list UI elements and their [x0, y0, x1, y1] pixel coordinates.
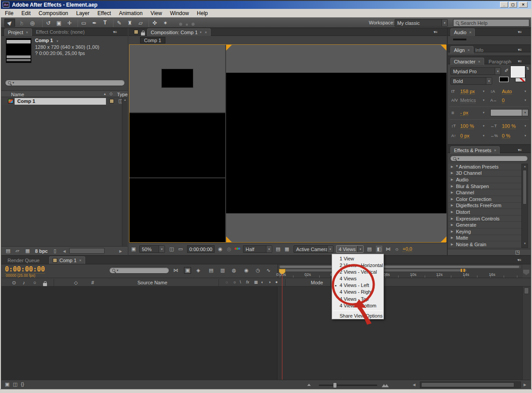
expand-icon[interactable]: ▶ [451, 210, 453, 214]
expand-transfer-controls-icon[interactable]: ◫ [13, 382, 17, 387]
column-type[interactable]: Type [117, 92, 128, 97]
expand-in-out-panes-icon[interactable]: {} [21, 382, 24, 387]
leading-value[interactable]: Auto [502, 89, 512, 94]
effects-category[interactable]: ▶Matte [449, 235, 521, 242]
search-options-icon[interactable]: ▾ [12, 81, 14, 85]
column-mode[interactable]: Mode [311, 280, 323, 285]
timeline-zoom-slider-knob[interactable] [333, 382, 337, 388]
switch-frame-blend-icon[interactable]: ▦ [254, 280, 258, 284]
project-row-comp1[interactable]: Comp 1 ◫ [1, 98, 128, 105]
comp-marker-bin[interactable] [523, 270, 529, 275]
chevron-down-icon[interactable]: ▼ [482, 90, 485, 93]
comp-timecode[interactable]: 0:00:00:00 [187, 245, 215, 253]
pin-tool-icon[interactable]: ✶ [160, 20, 170, 26]
auto-keyframe-icon[interactable]: ◉ [244, 268, 249, 273]
show-snapshot-icon[interactable]: ◎ [227, 247, 231, 252]
pan-behind-tool-icon[interactable]: ✛ [65, 20, 74, 26]
chevron-down-icon[interactable]: ▼ [482, 99, 485, 102]
resolution-dropdown[interactable]: Half ▼ [243, 245, 272, 253]
horizontal-scale-value[interactable]: 100 % [502, 123, 516, 129]
close-icon[interactable]: × [494, 148, 496, 153]
scroll-right-icon[interactable]: ▶ [119, 249, 122, 253]
expand-icon[interactable]: ▶ [451, 197, 453, 201]
tab-project[interactable]: Project× [4, 28, 32, 36]
close-icon[interactable]: × [467, 48, 469, 52]
menu-window[interactable]: Window [166, 10, 193, 16]
timeline-horizontal-scrollbar[interactable] [420, 381, 521, 388]
search-options-icon[interactable]: ▾ [458, 157, 459, 161]
panel-menu-icon[interactable]: ▾≡ [434, 30, 437, 34]
trash-icon[interactable]: ▯ [54, 248, 56, 253]
expand-icon[interactable]: ▶ [451, 185, 453, 188]
3d-view-dropdown[interactable]: Active Camera ▼ [293, 245, 333, 253]
timeline-button-icon[interactable]: ▤ [367, 247, 372, 252]
brainstorm-icon[interactable]: ◍ [232, 268, 236, 273]
close-icon[interactable]: × [469, 30, 471, 35]
comp-info-name[interactable]: Comp 1 [35, 38, 53, 43]
sort-icon[interactable]: ▲ [103, 92, 106, 95]
scrollbar-thumb[interactable] [421, 382, 514, 387]
current-time-display[interactable]: 0:00:00:00 [5, 265, 45, 274]
stroke-width-value[interactable]: - px [460, 110, 468, 116]
tab-audio[interactable]: Audio× [450, 28, 475, 36]
switch-motion-blur-icon[interactable]: ◐ [261, 280, 263, 284]
fill-color-swatch[interactable] [511, 66, 525, 78]
mini-flowchart-icon[interactable]: ⋈ [386, 247, 391, 252]
eraser-tool-icon[interactable]: ▱ [136, 20, 145, 26]
expand-layer-switches-icon[interactable]: ▣ [5, 382, 9, 387]
exposure-value[interactable]: +0,0 [403, 246, 412, 252]
eyedropper-icon[interactable]: ✐ [505, 68, 509, 73]
expand-icon[interactable]: ▶ [451, 178, 453, 181]
magnification-dropdown[interactable]: 50% ▼ [139, 245, 165, 253]
panel-menu-icon[interactable]: ▾≡ [518, 59, 521, 63]
target-region-icon[interactable]: ▤ [276, 247, 280, 252]
solo-icon[interactable]: ○ [33, 280, 36, 285]
horizontal-scrollbar-thumb[interactable] [69, 248, 105, 254]
chevron-down-icon[interactable]: ▼ [482, 111, 485, 114]
region-of-interest-icon[interactable]: ▭ [178, 247, 183, 252]
chevron-down-icon[interactable]: ▼ [524, 90, 527, 93]
window-border-bottom[interactable] [0, 389, 532, 393]
tab-paragraph[interactable]: Paragraph [489, 59, 511, 64]
draft-3d-icon[interactable]: ◈ [196, 268, 200, 273]
vertical-scale-value[interactable]: 100 % [460, 123, 474, 129]
menu-view[interactable]: View [147, 10, 166, 16]
menu-item-4-views[interactable]: 4 Views [332, 275, 383, 282]
menu-animation[interactable]: Animation [115, 10, 146, 16]
stroke-style-dropdown[interactable]: ▼ [490, 109, 528, 116]
expand-icon[interactable]: ▶ [451, 171, 453, 175]
pen-tool-icon[interactable]: ✒ [90, 20, 99, 26]
effects-category[interactable]: ▶Generate [449, 222, 521, 228]
close-icon[interactable]: × [26, 30, 28, 35]
menu-item-4-views-left[interactable]: ● 4 Views - Left [332, 282, 383, 289]
lock-icon[interactable] [141, 32, 145, 35]
tab-effect-controls[interactable]: Effect Controls: (none) [36, 29, 85, 35]
camera-tool-icon[interactable]: ▣ [54, 20, 64, 26]
search-options-icon[interactable]: ▾ [117, 268, 118, 272]
scrollbar-thumb[interactable] [524, 287, 529, 294]
panel-menu-icon[interactable]: ▾≡ [518, 30, 521, 34]
motion-blur-icon[interactable]: ▥ [220, 268, 225, 273]
panel-menu-icon[interactable]: ▾≡ [518, 47, 521, 52]
lock-icon[interactable] [43, 283, 47, 286]
close-icon[interactable]: × [79, 258, 82, 263]
zoom-out-icon[interactable] [307, 384, 311, 386]
menu-edit[interactable]: Edit [17, 10, 35, 16]
comp-flowchart-icon[interactable]: ◧ [376, 246, 382, 252]
menu-help[interactable]: Help [193, 10, 212, 16]
hand-tool-icon[interactable]: ☞ [19, 18, 25, 28]
tab-info[interactable]: Info [475, 47, 483, 53]
view-bottom-left[interactable] [129, 178, 225, 242]
effects-category[interactable]: ▶* Animation Presets [449, 164, 521, 170]
column-name[interactable]: Name [11, 92, 24, 97]
mask-shape-tool-icon[interactable]: ▭ [79, 20, 89, 26]
label-color-swatch[interactable] [110, 99, 114, 103]
chevron-down-icon[interactable]: ▼ [482, 125, 485, 127]
menu-layer[interactable]: Layer [72, 10, 94, 16]
close-icon[interactable]: × [205, 30, 207, 35]
close-icon[interactable]: ✕ [519, 2, 528, 8]
expand-icon[interactable]: ▶ [451, 191, 453, 194]
expand-icon[interactable]: ▶ [451, 217, 453, 220]
column-index[interactable]: # [91, 280, 94, 285]
new-folder-icon[interactable]: ▱ [16, 248, 19, 253]
